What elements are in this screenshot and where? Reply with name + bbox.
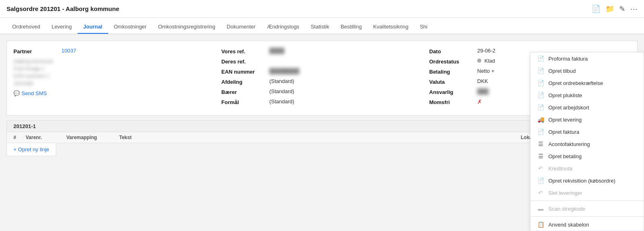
valuta-value: DKK (477, 78, 488, 84)
betaling-label: Betaling (429, 68, 474, 75)
th-varenr: Varenr. (26, 135, 66, 140)
document-icon: 📄 (537, 129, 544, 135)
menu-item-opret-plukliste[interactable]: 📄 Opret plukliste (530, 89, 644, 101)
tab-omkostninger[interactable]: Omkostninger (108, 20, 153, 34)
th-varemapping: Varemapping (66, 135, 119, 140)
undo-icon: ↶ (537, 165, 544, 172)
ordrestatus-value: Klad (477, 58, 495, 64)
document-icon[interactable]: 📄 (592, 4, 600, 13)
ordrestatus-label: Ordrestatus (429, 58, 474, 65)
menu-item-opret-faktura[interactable]: 📄 Opret faktura (530, 126, 644, 138)
th-num: # (13, 135, 26, 140)
afdeling-label: Afdeling (221, 78, 266, 85)
main-content: Partner 10037 Aalborg kommuneFrem Knage … (0, 34, 644, 163)
momsfri-value: ✗ (477, 98, 482, 105)
divider-1 (530, 200, 644, 201)
vores-ref-value: ████ (269, 48, 284, 54)
deres-ref-label: Deres ref. (221, 58, 266, 65)
tab-kvalitetssikring[interactable]: Kvalitetssikring (367, 20, 414, 34)
ean-nummer-label: EAN nummer (221, 68, 266, 75)
menu-item-anvend-skabelon[interactable]: 📋 Anvend skabelon (530, 218, 644, 231)
tab-journal[interactable]: Journal (78, 20, 108, 34)
document-icon: 📄 (537, 55, 544, 62)
tab-statistik[interactable]: Statistik (305, 20, 335, 34)
undo-icon: ↶ (537, 190, 544, 196)
divider-2 (530, 216, 644, 217)
sms-icon: 💬 (13, 90, 20, 96)
tab-ordrehoved[interactable]: Ordrehoved (7, 20, 46, 34)
menu-item-opret-levering[interactable]: 🚚 Opret levering (530, 113, 644, 126)
partner-address: Aalborg kommuneFrem Knage 1EAN nummere 1… (13, 58, 53, 87)
afdeling-value: (Standard) (269, 78, 294, 84)
document-icon: 📄 (537, 177, 544, 184)
ean-nummer-value: ████████ (269, 68, 299, 74)
edit-icon[interactable]: ✎ (619, 4, 625, 13)
vores-ref-label: Vores ref. (221, 48, 266, 54)
partner-label: Partner (13, 48, 58, 54)
order-number: 201201-1 (13, 123, 36, 129)
page-title: Salgsordre 201201 - Aalborg kommune (7, 5, 119, 12)
dato-label: Dato (429, 48, 474, 54)
ansvarlig-value: ███ (477, 88, 489, 94)
betaling-value: Netto + (477, 68, 494, 74)
template-icon: 📋 (537, 221, 544, 228)
menu-item-opret-tilbud[interactable]: 📄 Opret tilbud (530, 65, 644, 77)
formaal-value: (Standard) (269, 98, 294, 105)
menu-item-slet-leveringer: ↶ Slet leveringer (530, 187, 644, 199)
document-icon: 📄 (537, 68, 544, 74)
menu-item-acontofakturering[interactable]: ☰ Acontofakturering (530, 138, 644, 150)
tab-dokumenter[interactable]: Dokumenter (221, 20, 261, 34)
momsfri-label: Momsfri (429, 98, 474, 105)
dropdown-menu: 📄 Proforma faktura 📄 Opret tilbud 📄 Opre… (530, 52, 644, 231)
title-bar-actions: 📄 📁 ✎ ⋯ (592, 4, 637, 13)
menu-item-opret-arbejdskort[interactable]: 📄 Opret arbejdskort (530, 101, 644, 113)
tab-levering[interactable]: Levering (46, 20, 78, 34)
truck-icon: 🚚 (537, 116, 544, 123)
th-tekst: Tekst (119, 135, 521, 140)
add-line-button[interactable]: + Opret ny linje (7, 143, 56, 156)
list-icon: ☰ (537, 153, 544, 159)
col-refs: Vores ref. ████ Deres ref. EAN nummer ██… (218, 48, 426, 109)
search-folder-icon[interactable]: 📁 (605, 4, 614, 13)
list-icon: ☰ (537, 141, 544, 147)
more-options-icon[interactable]: ⋯ (630, 4, 637, 13)
tab-aendringslogs[interactable]: Ændringslogs (261, 20, 305, 34)
document-icon: 📄 (537, 80, 544, 86)
tab-bestilling[interactable]: Bestilling (335, 20, 367, 34)
menu-item-proforma-faktura[interactable]: 📄 Proforma faktura (530, 52, 644, 65)
tab-omkostningsregistrering[interactable]: Omkostningsregistrering (152, 20, 221, 34)
dato-value: 29-06-2 (477, 48, 496, 54)
menu-item-opret-rekvisition[interactable]: 📄 Opret rekvisition (købsordre) (530, 174, 644, 187)
document-icon: 📄 (537, 92, 544, 98)
baerer-value: (Standard) (269, 88, 294, 94)
menu-item-opret-ordrebekraeftelse[interactable]: 📄 Opret ordrebekræftelse (530, 77, 644, 89)
document-icon: 📄 (537, 104, 544, 111)
menu-item-kreditnota: ↶ Kreditnota (530, 162, 644, 174)
status-dot (477, 59, 481, 63)
col-partner: Partner 10037 Aalborg kommuneFrem Knage … (13, 48, 218, 109)
ansvarlig-label: Ansvarlig (429, 88, 474, 95)
menu-item-opret-betaling[interactable]: ☰ Opret betaling (530, 150, 644, 162)
partner-value[interactable]: 10037 (61, 48, 76, 54)
tab-shi[interactable]: Shi (414, 20, 433, 34)
baerer-label: Bærer (221, 88, 266, 95)
valuta-label: Valuta (429, 78, 474, 85)
title-bar: Salgsordre 201201 - Aalborg kommune 📄 📁 … (0, 0, 644, 18)
send-sms-button[interactable]: 💬 Send SMS (13, 90, 215, 96)
barcode-icon: ▬ (537, 205, 544, 212)
menu-item-scan-stregkode: ▬ Scan stregkode (530, 203, 644, 215)
tab-bar: Ordrehoved Levering Journal Omkostninger… (0, 18, 644, 34)
formaal-label: Formål (221, 98, 266, 105)
